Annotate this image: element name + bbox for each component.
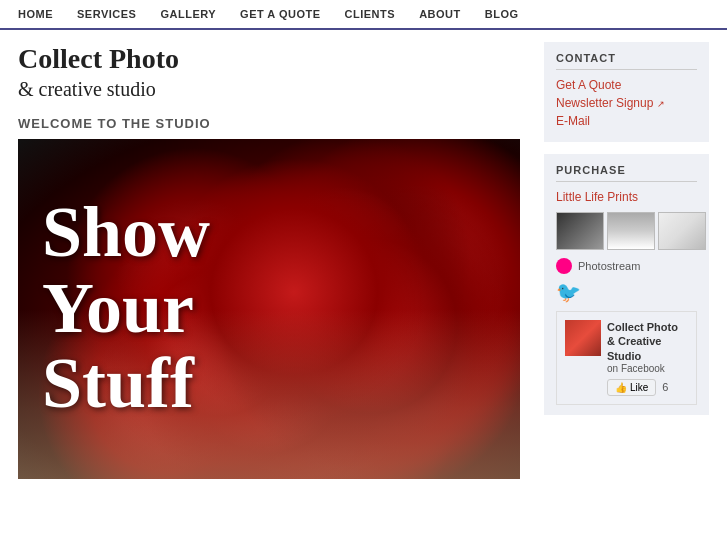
contact-title: CONTACT bbox=[556, 52, 697, 70]
nav-item-services[interactable]: SERVICES bbox=[77, 8, 136, 20]
purchase-thumb-2 bbox=[607, 212, 655, 250]
facebook-text-block: Collect Photo & Creative Studio on Faceb… bbox=[607, 320, 688, 396]
purchase-title: PURCHASE bbox=[556, 164, 697, 182]
thumbs-up-icon: 👍 bbox=[615, 382, 627, 393]
email-link[interactable]: E-Mail bbox=[556, 114, 697, 128]
flickr-icon bbox=[556, 258, 572, 274]
twitter-row[interactable]: 🐦 bbox=[556, 282, 697, 303]
twitter-icon: 🐦 bbox=[556, 281, 581, 303]
hero-line2: Your bbox=[42, 271, 496, 347]
newsletter-signup-link[interactable]: Newsletter Signup ↗ bbox=[556, 96, 697, 110]
facebook-page-thumbnail bbox=[565, 320, 601, 356]
site-title-line2: & creative studio bbox=[18, 76, 520, 102]
nav-bar: HOMESERVICESGALLERYGET A QUOTECLIENTSABO… bbox=[0, 0, 727, 30]
get-a-quote-link[interactable]: Get A Quote bbox=[556, 78, 697, 92]
nav-item-clients[interactable]: CLIENTS bbox=[345, 8, 396, 20]
hero-text: Show Your Stuff bbox=[18, 139, 520, 479]
facebook-on-text: on Facebook bbox=[607, 363, 688, 374]
nav-item-get-a-quote[interactable]: GET A QUOTE bbox=[240, 8, 320, 20]
facebook-like-button[interactable]: 👍 Like bbox=[607, 379, 656, 396]
hero-image: Show Your Stuff bbox=[18, 139, 520, 479]
external-link-icon: ↗ bbox=[657, 99, 665, 109]
nav-item-about[interactable]: ABOUT bbox=[419, 8, 461, 20]
nav-item-home[interactable]: HOME bbox=[18, 8, 53, 20]
left-content: Collect Photo & creative studio WELCOME … bbox=[18, 42, 544, 479]
facebook-like-row: 👍 Like 6 bbox=[607, 379, 688, 396]
purchase-thumb-3 bbox=[658, 212, 706, 250]
purchase-section: PURCHASE Little Life Prints Photostream … bbox=[544, 154, 709, 415]
site-title-line1: Collect Photo bbox=[18, 42, 520, 76]
right-sidebar: CONTACT Get A Quote Newsletter Signup ↗ … bbox=[544, 42, 709, 479]
welcome-heading: WELCOME TO THE STUDIO bbox=[18, 116, 520, 131]
site-title: Collect Photo & creative studio bbox=[18, 42, 520, 102]
photostream-text: Photostream bbox=[578, 260, 640, 272]
nav-item-blog[interactable]: BLOG bbox=[485, 8, 519, 20]
thumbnail-row bbox=[556, 212, 697, 250]
newsletter-label: Newsletter Signup bbox=[556, 96, 653, 110]
like-count: 6 bbox=[662, 381, 668, 393]
facebook-box: Collect Photo & Creative Studio on Faceb… bbox=[556, 311, 697, 405]
nav-item-gallery[interactable]: GALLERY bbox=[160, 8, 216, 20]
photostream-row[interactable]: Photostream bbox=[556, 258, 697, 274]
purchase-thumb-1 bbox=[556, 212, 604, 250]
facebook-page-name: Collect Photo & Creative Studio bbox=[607, 320, 688, 363]
hero-line1: Show bbox=[42, 195, 496, 271]
hero-line3: Stuff bbox=[42, 346, 496, 422]
like-label: Like bbox=[630, 382, 648, 393]
contact-section: CONTACT Get A Quote Newsletter Signup ↗ … bbox=[544, 42, 709, 142]
little-life-prints-link[interactable]: Little Life Prints bbox=[556, 190, 697, 204]
main-layout: Collect Photo & creative studio WELCOME … bbox=[0, 42, 727, 479]
